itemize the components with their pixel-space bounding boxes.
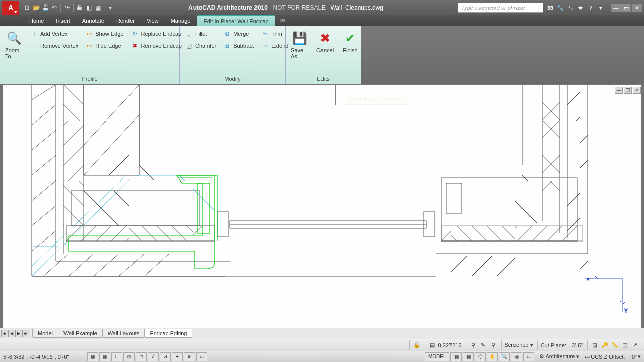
lock-icon[interactable]: 🔒 <box>413 341 421 349</box>
showmotion-button[interactable]: ▭ <box>523 352 534 361</box>
layer-key-icon[interactable]: 🔑 <box>601 341 609 349</box>
qp-button[interactable]: ▭ <box>196 352 207 361</box>
app-menu-button[interactable]: A <box>2 1 19 15</box>
subtract-icon: ⧈ <box>223 42 231 50</box>
save-as-button[interactable]: 💾 Save As <box>288 28 312 62</box>
tab-next-button[interactable]: ▶ <box>15 330 22 337</box>
menu-annotate[interactable]: Annotate <box>76 15 110 26</box>
polar-button[interactable]: ⊙ <box>123 352 135 361</box>
elev-icon[interactable]: ◫ <box>621 341 629 349</box>
tab-first-button[interactable]: ⏮ <box>1 330 8 337</box>
steering-button[interactable]: ◎ <box>511 352 522 361</box>
subtract-button[interactable]: ⧈Subtract <box>220 40 257 51</box>
quick-view-layouts-button[interactable]: ▦ <box>450 352 462 361</box>
menu-insert[interactable]: Insert <box>50 15 76 26</box>
qat-dropdown-icon[interactable]: ▾ <box>106 4 114 12</box>
workspace-dropdown[interactable]: Architecture ▾ <box>545 353 579 360</box>
ucs-z-value[interactable]: +0" <box>629 354 637 360</box>
annotation-icon-1[interactable]: ⚲ <box>469 341 477 349</box>
annotation-icon-2[interactable]: ✎ <box>479 341 487 349</box>
visual-style-dropdown[interactable]: Screened ▾ <box>505 342 533 348</box>
key-icon[interactable]: 🔧 <box>556 4 564 12</box>
match-icon[interactable]: ◧ <box>85 4 93 12</box>
zoom-button[interactable]: 🔍 <box>499 352 510 361</box>
show-edge-button[interactable]: ▭Show Edge <box>82 28 126 39</box>
redo-icon[interactable]: ↷ <box>63 4 71 12</box>
tab-wall-example[interactable]: Wall Example <box>58 329 103 338</box>
layer-icon[interactable]: ▦ <box>94 4 102 12</box>
snap-button[interactable]: ▦ <box>87 352 98 361</box>
osnap-button[interactable]: □ <box>136 352 147 361</box>
minimize-button[interactable]: — <box>611 4 621 12</box>
cut-plane-label: Cut Plane: <box>541 342 566 348</box>
pan-button[interactable]: ✋ <box>487 352 498 361</box>
print-icon[interactable]: 🖶 <box>76 4 84 12</box>
viewport-restore-button[interactable]: ❐ <box>624 87 632 94</box>
save-icon[interactable]: 💾 <box>41 4 49 12</box>
ucs-icon[interactable]: ▭ <box>585 353 590 360</box>
menu-view[interactable]: View <box>141 15 165 26</box>
tab-prev-button[interactable]: ◀ <box>8 330 15 337</box>
add-vertex-button[interactable]: ＋Add Vertex <box>27 28 81 39</box>
menu-render[interactable]: Render <box>110 15 141 26</box>
svg-line-127 <box>119 254 144 276</box>
drawing-canvas[interactable]: ✕ Y <box>3 85 641 328</box>
remove-endcap-button[interactable]: ✖Remove Endcap <box>127 40 184 51</box>
surface-hatch-icon[interactable]: ▨ <box>591 341 599 349</box>
unit-icon[interactable]: 📏 <box>611 341 619 349</box>
undo-icon[interactable]: ↶ <box>50 4 58 12</box>
tab-model[interactable]: Model <box>32 329 58 338</box>
close-button[interactable]: ✕ <box>632 4 642 12</box>
zoom-to-button[interactable]: 🔍 Zoom To <box>2 28 26 62</box>
hide-edge-button[interactable]: ▭Hide Edge <box>82 40 126 51</box>
related-icon[interactable]: ⬡ <box>475 352 486 361</box>
svg-line-84 <box>446 256 467 276</box>
menu-manage[interactable]: Manage <box>165 15 197 26</box>
merge-label: Merge <box>233 31 249 37</box>
tab-endcap-editing[interactable]: Endcap Editing <box>144 329 192 338</box>
replace-z-icon[interactable]: ↗ <box>631 341 639 349</box>
otrack-button[interactable]: ∠ <box>148 352 159 361</box>
svg-rect-27 <box>84 85 139 175</box>
replace-endcap-button[interactable]: ↻Replace Endcap <box>127 28 184 39</box>
help-icon[interactable]: ? <box>587 4 595 12</box>
viewport-close-button[interactable]: ✕ <box>633 87 641 94</box>
finish-button[interactable]: ✔ Finish <box>338 28 362 55</box>
svg-line-29 <box>84 85 139 145</box>
scale-icon[interactable]: ▤ <box>428 341 436 349</box>
ortho-button[interactable]: ∟ <box>111 352 122 361</box>
ducs-button[interactable]: ⊿ <box>160 352 171 361</box>
search-input[interactable]: Type a keyword or phrase <box>458 3 543 13</box>
fillet-button[interactable]: ◟Fillet <box>182 28 219 39</box>
help-dropdown-icon[interactable]: ▾ <box>597 4 605 12</box>
finish-label: Finish <box>343 47 357 53</box>
annotation-icon-3[interactable]: ⚲ <box>489 341 497 349</box>
qat-separator <box>104 4 104 12</box>
cut-plane-value[interactable]: 3'-6" <box>572 342 583 348</box>
panel-modify-title: Modify <box>180 73 285 84</box>
maximize-button[interactable]: ▭ <box>621 4 631 12</box>
cancel-button[interactable]: ✖ Cancel <box>313 28 337 55</box>
tab-wall-layouts[interactable]: Wall Layouts <box>102 329 145 338</box>
exchange-icon[interactable]: ⇆ <box>566 4 574 12</box>
grid-button[interactable]: ▦ <box>99 352 110 361</box>
menu-home[interactable]: Home <box>23 15 50 26</box>
scale-value: 0.227216 <box>438 342 462 348</box>
dyn-button[interactable]: + <box>172 352 183 361</box>
model-space-button[interactable]: MODEL <box>425 352 450 361</box>
merge-button[interactable]: ⧉Merge <box>220 28 257 39</box>
open-icon[interactable]: 📂 <box>32 4 40 12</box>
tray-dropdown-icon[interactable]: ▾ <box>638 353 641 360</box>
quick-view-drawings-button[interactable]: ▦ <box>463 352 474 361</box>
star-icon[interactable]: ★ <box>576 4 585 12</box>
lwt-button[interactable]: ≡ <box>184 352 195 361</box>
new-icon[interactable]: 🗋 <box>23 4 31 12</box>
tab-last-button[interactable]: ⏭ <box>22 330 29 337</box>
workspace-icon[interactable]: ⚙ <box>539 353 544 360</box>
chamfer-button[interactable]: ◿Chamfer <box>182 40 219 51</box>
mail-icon[interactable]: ✉ <box>280 15 290 26</box>
menu-edit-in-place[interactable]: Edit In Place: Wall Endcap <box>197 15 275 26</box>
binoculars-icon[interactable]: 👀 <box>546 4 554 12</box>
viewport-minimize-button[interactable]: — <box>615 87 623 94</box>
remove-vertex-button[interactable]: －Remove Vertex <box>27 40 81 51</box>
